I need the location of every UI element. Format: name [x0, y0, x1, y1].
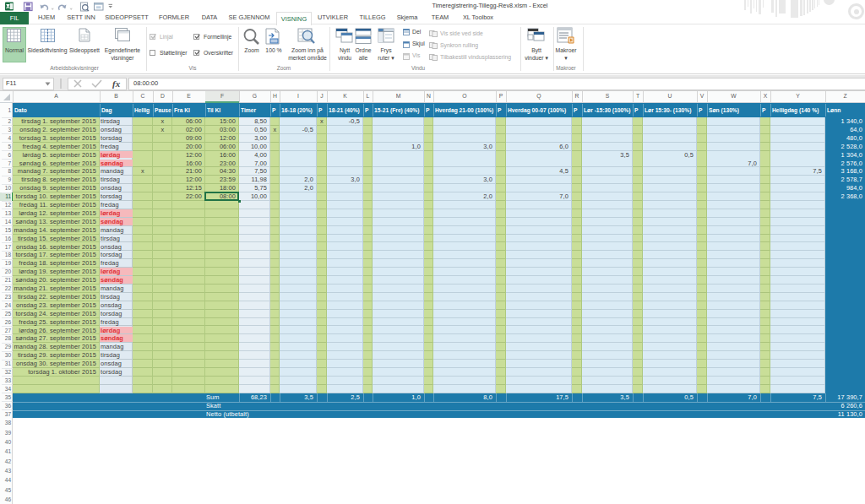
svg-text:fx: fx [112, 79, 121, 89]
